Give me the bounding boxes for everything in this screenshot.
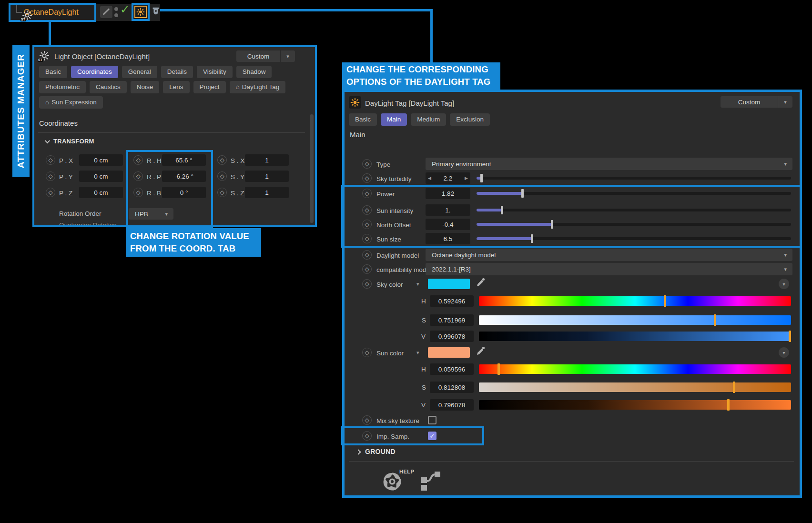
node-editor-icon[interactable]	[419, 471, 442, 493]
north-offset-slider[interactable]	[477, 223, 791, 226]
tab-main[interactable]: Main	[381, 113, 407, 126]
transform-group-header[interactable]: TRANSFORM	[45, 138, 94, 145]
keyframe-diamond-icon[interactable]: ◇	[362, 220, 372, 229]
sx-value-field[interactable]: 1	[245, 154, 289, 166]
type-dropdown[interactable]: Primary environment ▾	[426, 158, 792, 170]
sky-color-eyedropper-icon[interactable]	[476, 277, 486, 288]
daylight-tag-sun-icon[interactable]	[134, 6, 147, 18]
tab-daylight-tag[interactable]: ⌂DayLight Tag	[230, 81, 286, 93]
sun-v-gradient-slider[interactable]	[479, 400, 791, 410]
sun-color-eyedropper-icon[interactable]	[476, 346, 486, 356]
enabled-check-icon[interactable]: ✓	[120, 3, 130, 16]
tag-panel-preset-dropdown[interactable]: Custom ▾	[721, 96, 792, 108]
keyframe-diamond-icon[interactable]: ◇	[217, 188, 227, 197]
keyframe-diamond-icon[interactable]: ◇	[362, 415, 372, 425]
sun-color-options-button[interactable]: ▾	[779, 347, 789, 358]
keyframe-diamond-icon[interactable]: ◇	[133, 155, 143, 165]
preset-value[interactable]: Custom	[721, 96, 778, 108]
slider-handle[interactable]	[501, 206, 503, 214]
sun-s-gradient-slider[interactable]	[479, 382, 791, 392]
sky-h-value-field[interactable]: 0.592496	[430, 295, 474, 307]
keyframe-diamond-icon[interactable]: ◇	[362, 250, 372, 260]
gradient-handle[interactable]	[789, 331, 791, 342]
keyframe-diamond-icon[interactable]: ◇	[362, 348, 372, 357]
keyframe-diamond-icon[interactable]: ◇	[362, 205, 372, 215]
sun-size-slider[interactable]	[477, 237, 791, 240]
power-slider[interactable]	[477, 192, 791, 195]
sky-turbidity-stepper[interactable]: ◀ 2.2 ▶	[426, 172, 470, 184]
py-value-field[interactable]: 0 cm	[79, 171, 123, 182]
px-value-field[interactable]: 0 cm	[79, 154, 123, 166]
sy-value-field[interactable]: 1	[245, 171, 289, 182]
gradient-handle[interactable]	[733, 382, 735, 393]
ground-group-header[interactable]: GROUND	[356, 448, 396, 455]
tab-details[interactable]: Details	[161, 66, 193, 78]
preset-value[interactable]: Custom	[236, 50, 280, 62]
tab-sun-expression[interactable]: ⌂Sun Expression	[39, 96, 103, 109]
slider-handle[interactable]	[480, 174, 483, 182]
imp-samp-checkbox[interactable]: ✓	[428, 432, 436, 440]
stepper-right-icon[interactable]: ▶	[465, 176, 468, 181]
north-offset-value-field[interactable]: -0.4	[426, 219, 470, 230]
tab-visibility[interactable]: Visibility	[197, 66, 233, 78]
keyframe-diamond-icon[interactable]: ◇	[133, 171, 143, 181]
slider-handle[interactable]	[531, 234, 533, 243]
tab-noise[interactable]: Noise	[131, 81, 160, 93]
sun-size-value-field[interactable]: 6.5	[426, 233, 470, 244]
gradient-handle[interactable]	[664, 295, 666, 307]
sky-color-options-button[interactable]: ▾	[779, 279, 789, 289]
keyframe-diamond-icon[interactable]: ◇	[362, 279, 372, 289]
sky-v-value-field[interactable]: 0.996078	[430, 331, 474, 342]
stepper-left-icon[interactable]: ◀	[428, 176, 431, 181]
daylight-model-dropdown[interactable]: Octane daylight model ▾	[426, 249, 792, 261]
sun-v-value-field[interactable]: 0.796078	[430, 399, 474, 411]
visibility-dot-top[interactable]	[114, 7, 118, 11]
gradient-handle[interactable]	[727, 399, 730, 411]
collapse-caret-icon[interactable]: ▾	[416, 350, 419, 356]
tab-basic[interactable]: Basic	[39, 66, 67, 78]
power-value-field[interactable]: 1.82	[426, 188, 470, 199]
gradient-handle[interactable]	[714, 314, 716, 326]
sun-h-gradient-slider[interactable]	[479, 364, 791, 374]
compatibility-mode-dropdown[interactable]: 2022.1.1-[R3] ▾	[426, 263, 792, 275]
sun-intensity-value-field[interactable]: 1.	[426, 204, 470, 216]
keyframe-diamond-icon[interactable]: ◇	[46, 171, 55, 181]
gradient-handle[interactable]	[497, 363, 500, 375]
keyframe-diamond-icon[interactable]: ◇	[133, 188, 143, 197]
mix-sky-texture-checkbox[interactable]	[428, 416, 436, 424]
tab-general[interactable]: General	[122, 66, 157, 78]
sun-color-swatch[interactable]	[428, 347, 470, 358]
keyframe-diamond-icon[interactable]: ◇	[362, 234, 372, 243]
keyframe-diamond-icon[interactable]: ◇	[46, 188, 55, 197]
tab-project[interactable]: Project	[193, 81, 226, 93]
tab-coordinates[interactable]: Coordinates	[71, 66, 118, 78]
keyframe-diamond-icon[interactable]: ◇	[362, 189, 372, 198]
dropdown-arrow-icon[interactable]: ▾	[778, 96, 792, 108]
light-panel-preset-dropdown[interactable]: Custom ▾	[236, 50, 295, 62]
keyframe-diamond-icon[interactable]: ◇	[362, 264, 372, 274]
sky-v-gradient-slider[interactable]	[479, 332, 791, 341]
sz-value-field[interactable]: 1	[245, 187, 289, 198]
pz-value-field[interactable]: 0 cm	[79, 187, 123, 198]
keyframe-diamond-icon[interactable]: ◇	[362, 159, 372, 169]
expression-tag-icon[interactable]	[151, 6, 161, 16]
tab-shadow[interactable]: Shadow	[236, 66, 272, 78]
keyframe-diamond-icon[interactable]: ◇	[46, 155, 55, 165]
sky-h-gradient-slider[interactable]	[479, 296, 791, 306]
sky-turbidity-value[interactable]: 2.2	[444, 175, 453, 182]
keyframe-diamond-icon[interactable]: ◇	[217, 155, 227, 165]
rh-value-field[interactable]: 65.6 °	[162, 154, 206, 166]
sky-s-gradient-slider[interactable]	[479, 315, 791, 325]
tab-medium[interactable]: Medium	[411, 113, 446, 126]
sky-s-value-field[interactable]: 0.751969	[430, 314, 474, 326]
collapse-caret-icon[interactable]: ▾	[416, 281, 419, 287]
tab-lens[interactable]: Lens	[163, 81, 189, 93]
keyframe-diamond-icon[interactable]: ◇	[217, 171, 227, 181]
object-manager-row[interactable]: ST OctaneDayLight	[9, 3, 96, 22]
edit-slash-button[interactable]	[100, 6, 112, 18]
light-panel-scrollbar[interactable]	[310, 114, 314, 223]
tab-photometric[interactable]: Photometric	[39, 81, 86, 93]
rp-value-field[interactable]: -6.26 °	[162, 171, 206, 182]
slider-handle[interactable]	[521, 189, 524, 198]
visibility-dot-bottom[interactable]	[114, 13, 118, 17]
